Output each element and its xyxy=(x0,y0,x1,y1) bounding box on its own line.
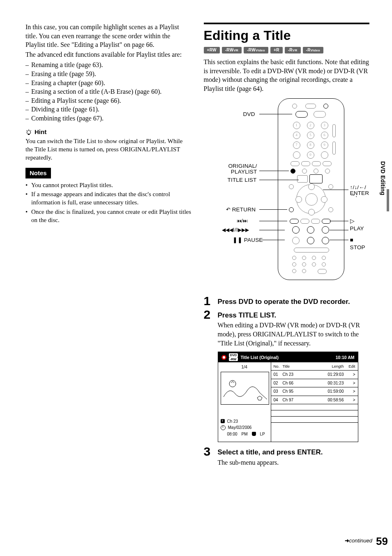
step-text: The sub-menu appears. xyxy=(218,458,370,467)
col-title: Title xyxy=(283,364,318,369)
disc-badge-bot: -RW xyxy=(229,357,238,361)
adv-lead: The advanced edit functions available fo… xyxy=(25,50,191,59)
osd-clock: 10:10 AM xyxy=(336,354,355,360)
title-icon: T xyxy=(221,419,225,423)
meta-mode: LP xyxy=(260,431,265,437)
hint-header: Hint xyxy=(25,128,191,136)
step-title: Press DVD to operate the DVD recorder. xyxy=(218,297,370,307)
table-row: 01 Ch 23 01:29:03 > xyxy=(271,370,358,379)
side-index-chip xyxy=(387,189,389,211)
chip-rwvr: -RWVR xyxy=(222,47,242,53)
right-column: Editing a Title +RW -RWVR -RWVideo +R -R… xyxy=(204,23,370,468)
step-number: 2 xyxy=(204,308,213,445)
disc-badge-top: DVD xyxy=(229,353,238,357)
meta-ampm: PM xyxy=(242,431,248,437)
list-item-text: Erasing a chapter (page 60). xyxy=(31,79,105,88)
list-item-text: You cannot protect Playlist titles. xyxy=(31,181,113,189)
section-intro: This section explains the basic edit fun… xyxy=(204,58,370,93)
step-text: When editing a DVD-RW (VR mode) or DVD-R… xyxy=(218,321,370,348)
list-item-text: Combining titles (page 67). xyxy=(31,114,104,123)
remote-label-titlelist: TITLE LIST xyxy=(228,176,257,184)
meta-date: May/02/2006 xyxy=(228,425,252,431)
list-item-text: Once the disc is finalized, you cannot c… xyxy=(31,208,191,225)
list-item-text: Editing a Playlist scene (page 66). xyxy=(31,96,121,105)
list-item-text: Dividing a title (page 61). xyxy=(31,105,99,114)
col-no: No. xyxy=(274,364,283,369)
notes-label: Notes xyxy=(25,168,51,178)
osd-header: DVD -RW Title List (Original) 10:10 AM xyxy=(218,352,358,362)
table-row: 02 Ch 66 00:31:23 > xyxy=(271,379,358,387)
meta-time: 08:00 xyxy=(227,431,238,437)
left-intro: In this case, you can compile highlight … xyxy=(25,23,191,49)
step-title: Select a title, and press ENTER. xyxy=(218,448,370,457)
list-item-text: Renaming a title (page 63). xyxy=(31,60,103,70)
list-item-text: If a message appears and indicates that … xyxy=(31,190,191,207)
disc-icon xyxy=(221,355,226,360)
meta-title: Ch 23 xyxy=(227,419,238,424)
remote-label-pause: ❚❚ PAUSE xyxy=(233,236,263,244)
list-item-text: Erasing a section of a title (A-B Erase)… xyxy=(31,87,161,96)
remote-label-dvd: DVD xyxy=(243,111,255,118)
remote-label-stop: ■ STOP xyxy=(350,236,370,251)
clock-icon xyxy=(221,425,226,430)
list-item: –Erasing a chapter (page 60). xyxy=(25,79,191,88)
chip-plus-rw: +RW xyxy=(204,47,220,53)
columns: In this case, you can compile highlight … xyxy=(25,23,369,468)
svg-line-4 xyxy=(30,130,31,131)
osd-right-panel: No. Title Length Edit 01 Ch 23 01:29:03 xyxy=(271,362,358,442)
osd-meta: TCh 23 May/02/2006 08:00 PM LP xyxy=(221,417,268,440)
remote-label-return: ↶ RETURN xyxy=(226,206,256,213)
col-edit: Edit xyxy=(344,364,355,369)
continued-indicator: ➜continued xyxy=(345,537,372,544)
osd-left-panel: 1/4 TCh 2 xyxy=(218,362,271,442)
remote-label-play: ▷ PLAY xyxy=(350,218,370,232)
remote-diagram: 1 2 3 4 5 6 7 8 9 0 xyxy=(204,98,370,292)
list-item: –Renaming a title (page 63). xyxy=(25,60,191,70)
step-3: 3 Select a title, and press ENTER. The s… xyxy=(204,445,370,468)
page-number: 59 xyxy=(376,534,388,549)
remote-label-arrows2: ENTER xyxy=(350,190,369,197)
return-icon: ↶ xyxy=(226,206,231,213)
step-2: 2 Press TITLE LIST. When editing a DVD-R… xyxy=(204,308,370,445)
mode-icon xyxy=(252,432,256,436)
continued-arrow-icon: ➜ xyxy=(345,537,349,544)
osd-page-counter: 1/4 xyxy=(221,364,268,370)
list-item-text: Erasing a title (page 59). xyxy=(31,70,96,79)
osd-body: 1/4 TCh 2 xyxy=(218,362,358,442)
section-rule xyxy=(204,23,370,24)
chip-rvr: -RVR xyxy=(285,47,301,53)
table-row: 04 Ch 97 00:58:56 > xyxy=(271,396,358,404)
list-item: –Erasing a title (page 59). xyxy=(25,70,191,79)
chip-rvideo: -RVideo xyxy=(303,47,323,53)
list-item: –Editing a Playlist scene (page 66). xyxy=(25,96,191,105)
table-row: 03 Ch 95 01:59:00 > xyxy=(271,387,358,396)
section-title: Editing a Title xyxy=(204,27,370,44)
list-item: –Erasing a section of a title (A-B Erase… xyxy=(25,87,191,96)
list-item: •Once the disc is finalized, you cannot … xyxy=(25,208,191,225)
chip-rwvideo: -RWVideo xyxy=(244,47,268,53)
step-1: 1 Press DVD to operate the DVD recorder. xyxy=(204,295,370,308)
page: In this case, you can compile highlight … xyxy=(0,0,392,556)
hint-label: Hint xyxy=(35,128,46,136)
step-number: 3 xyxy=(204,445,213,468)
list-item: –Combining titles (page 67). xyxy=(25,114,191,123)
notes-list: •You cannot protect Playlist titles. •If… xyxy=(25,181,191,224)
list-item: •If a message appears and indicates that… xyxy=(25,190,191,207)
osd-thumbnail xyxy=(221,372,269,405)
disc-type-chips: +RW -RWVR -RWVideo +R -RVR -RVideo xyxy=(204,47,370,53)
step-title: Press TITLE LIST. xyxy=(218,311,370,320)
remote-label-scan: ◀◀◀Ⅰ/Ⅰ▶▶▶ xyxy=(222,227,249,233)
osd-title-list: DVD -RW Title List (Original) 10:10 AM 1… xyxy=(218,352,358,442)
col-length: Length xyxy=(318,364,344,369)
osd-col-headers: No. Title Length Edit xyxy=(271,362,358,370)
adv-list: –Renaming a title (page 63). –Erasing a … xyxy=(25,60,191,123)
osd-title: Title List (Original) xyxy=(240,354,279,360)
chip-plus-r: +R xyxy=(270,47,283,53)
svg-line-3 xyxy=(26,130,27,131)
osd-empty-rows xyxy=(271,404,358,429)
remote-body: 1 2 3 4 5 6 7 8 9 0 xyxy=(278,98,344,280)
list-item: •You cannot protect Playlist titles. xyxy=(25,181,191,189)
hint-body: You can switch the Title List to show or… xyxy=(25,137,191,162)
remote-label-prevnext: ⏮/⏭ xyxy=(237,218,248,224)
step-number: 1 xyxy=(204,295,213,308)
